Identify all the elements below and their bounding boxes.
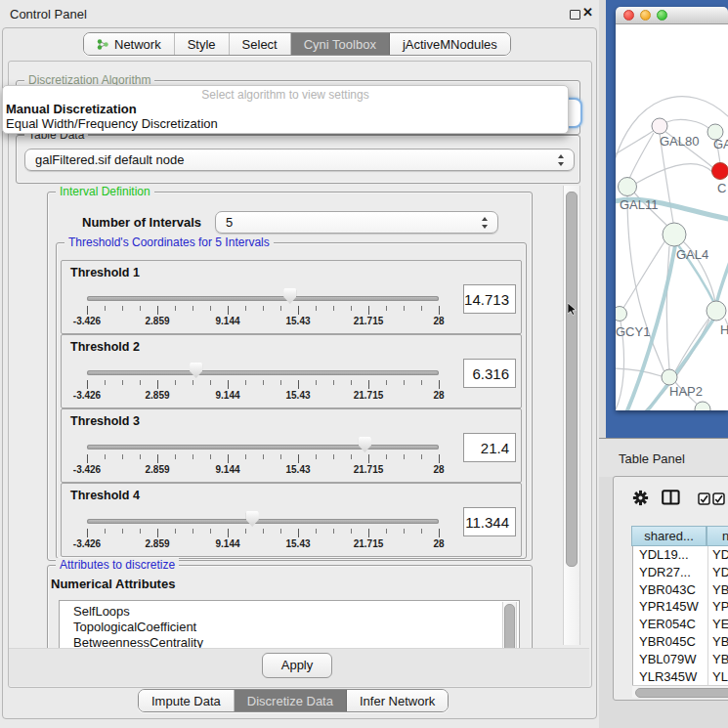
node-table[interactable]: YDL19...YDL1YDR27...YDR2YBR043CYBR0YPR14… — [632, 546, 728, 685]
scale-label: 2.859 — [145, 538, 169, 549]
tick-mark — [228, 306, 229, 315]
tab-infer-network-bottom[interactable]: Infer Network — [347, 690, 448, 711]
tick-mark — [439, 454, 440, 463]
slider-track[interactable] — [87, 370, 439, 375]
table-row[interactable]: YDL19...YDL1 — [633, 546, 728, 564]
tab-label: jActiveMNodules — [403, 37, 497, 52]
slider-ticks — [87, 306, 439, 316]
table-row[interactable]: YDR27...YDR2 — [633, 564, 728, 581]
tick-mark — [122, 529, 123, 534]
tick-mark — [87, 306, 88, 315]
tab-cyni-toolbox[interactable]: Cyni Toolbox — [291, 33, 390, 55]
panel-scrollbar-thumb[interactable] — [566, 192, 578, 567]
cell-name: YLR3 — [712, 669, 728, 684]
number-of-intervals-label: Number of Intervals — [82, 215, 201, 230]
zoom-traffic-light-icon[interactable] — [657, 10, 667, 21]
attribute-item-selfloops[interactable]: SelfLoops — [73, 604, 130, 619]
table-hscrollbar-thumb[interactable] — [635, 688, 728, 698]
float-window-icon[interactable] — [570, 10, 580, 20]
threshold-value-field[interactable]: 11.344 — [463, 507, 516, 536]
threshold-value-field[interactable]: 6.316 — [463, 359, 516, 388]
scale-label: 15.43 — [285, 390, 310, 401]
tick-mark — [210, 454, 211, 459]
cell-shared-name: YLR345W — [639, 669, 697, 684]
tick-mark — [263, 529, 264, 534]
network-canvas[interactable]: GAL80GACGAL11GAL4GCY1HHAP2 — [616, 24, 728, 410]
table-data-combobox[interactable]: galFiltered.sif default node — [24, 149, 575, 171]
thresholds-group-title: Threshold's Coordinates for 5 Intervals — [64, 236, 274, 249]
slider-track[interactable] — [87, 296, 439, 301]
slider-thumb[interactable] — [246, 511, 259, 527]
cell-name: YDR2 — [712, 565, 728, 579]
threshold-value-field[interactable]: 21.4 — [463, 433, 516, 462]
split-columns-icon[interactable] — [662, 490, 680, 505]
slider-track[interactable] — [87, 445, 439, 450]
list-scrollbar-thumb[interactable] — [504, 604, 515, 648]
scale-label: 21.715 — [354, 390, 384, 401]
table-row[interactable]: YBR043CYBR0 — [633, 581, 728, 599]
tick-mark — [316, 306, 317, 311]
tick-mark — [386, 529, 387, 534]
threshold-value-field[interactable]: 14.713 — [463, 284, 516, 314]
table-row[interactable]: YPR145WYPR1 — [633, 598, 728, 616]
algorithm-option-equal-width[interactable]: Equal Width/Frequency Discretization — [6, 116, 218, 131]
slider-track[interactable] — [87, 519, 439, 524]
algorithm-option-manual[interactable]: Manual Discretization — [6, 102, 137, 116]
tab-network[interactable]: Network — [84, 33, 175, 55]
tick-mark — [175, 529, 176, 534]
cell-name: YDL1 — [712, 547, 728, 562]
table-row[interactable]: YLR345WYLR3 — [633, 668, 728, 685]
bottom-tab-strip: Impute DataDiscretize DataInfer Network — [138, 689, 449, 712]
close-icon[interactable]: ✕ — [582, 5, 593, 20]
scale-label: 15.43 — [285, 316, 310, 326]
tick-mark — [228, 454, 229, 463]
tick-mark — [298, 529, 299, 537]
numerical-attributes-list[interactable]: SelfLoopsTopologicalCoefficientBetweenne… — [59, 600, 520, 648]
tick-mark — [87, 529, 88, 537]
tick-mark — [421, 454, 422, 459]
tab-style[interactable]: Style — [175, 33, 230, 55]
svg-text:H: H — [720, 322, 728, 337]
table-row[interactable]: YER054CYER0 — [633, 616, 728, 633]
mouse-cursor — [568, 303, 578, 317]
scale-label: 9.144 — [215, 464, 239, 475]
tick-mark — [245, 529, 246, 534]
gear-icon[interactable] — [632, 490, 649, 506]
tab-impute-data-bottom[interactable]: Impute Data — [139, 690, 235, 711]
scale-label: 2.859 — [145, 390, 169, 401]
scale-label: 21.715 — [354, 316, 384, 326]
table-row[interactable]: YBR045CYBR0 — [633, 633, 728, 651]
table-row[interactable]: YBL079WYBL0 — [633, 651, 728, 668]
column-header-shared-name[interactable]: shared... — [631, 526, 707, 546]
slider-thumb[interactable] — [283, 288, 296, 304]
slider-scale-labels: -3.4262.8599.14415.4321.71528 — [87, 316, 439, 328]
table-hscrollbar-track[interactable] — [632, 685, 728, 698]
panel-scrollbar-track[interactable] — [563, 186, 580, 645]
slider-thumb[interactable] — [190, 363, 202, 378]
attribute-item-topologicalcoefficient[interactable]: TopologicalCoefficient — [73, 620, 196, 634]
column-header-name[interactable]: n — [707, 526, 728, 546]
close-traffic-light-icon[interactable] — [623, 10, 634, 21]
checkbox-icon[interactable] — [698, 492, 710, 505]
number-of-intervals-combobox[interactable]: 5 — [215, 211, 498, 234]
tab-select[interactable]: Select — [230, 33, 291, 55]
network-window-titlebar[interactable] — [616, 7, 728, 24]
tab-discretize-data-bottom[interactable]: Discretize Data — [235, 690, 347, 711]
list-scrollbar-track[interactable] — [502, 602, 517, 648]
slider-scale-labels: -3.4262.8599.14415.4321.71528 — [87, 464, 439, 477]
attributes-group-title: Attributes to discretize — [56, 558, 179, 572]
slider-thumb[interactable] — [359, 437, 371, 452]
tick-mark — [351, 306, 352, 311]
threshold-row-2: Threshold 2-3.4262.8599.14415.4321.71528… — [61, 334, 522, 408]
tick-mark — [421, 529, 422, 534]
control-panel: Control Panel ✕ NetworkStyleSelectCyni T… — [0, 0, 599, 728]
svg-text:HAP2: HAP2 — [669, 384, 703, 399]
checkbox-icon[interactable] — [712, 492, 725, 505]
tick-mark — [228, 529, 229, 537]
tab-jactivemnodules[interactable]: jActiveMNodules — [390, 33, 510, 55]
minimize-traffic-light-icon[interactable] — [640, 10, 651, 21]
scale-label: 15.43 — [285, 538, 310, 549]
tick-mark — [245, 306, 246, 311]
attribute-item-betweennesscentrality[interactable]: BetweennessCentrality — [73, 635, 203, 648]
apply-button[interactable]: Apply — [262, 653, 332, 678]
